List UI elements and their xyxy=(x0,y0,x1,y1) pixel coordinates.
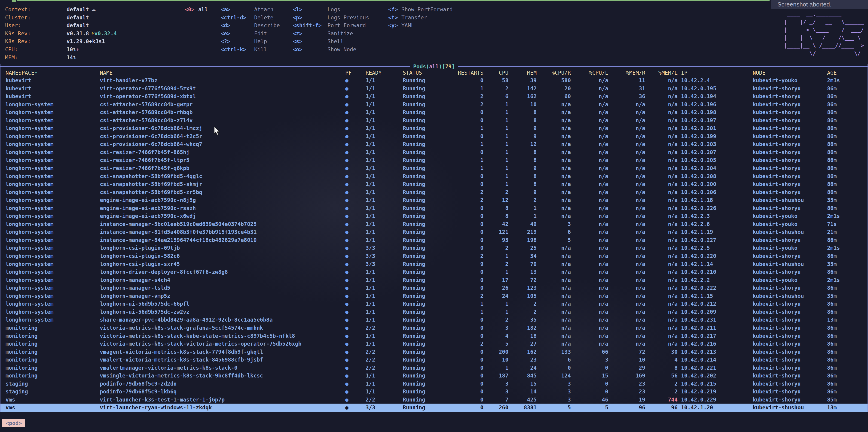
menu-item[interactable]: <ctrl-k>Kill xyxy=(221,45,280,54)
cell-cpu: 6 xyxy=(484,92,508,100)
table-row[interactable]: longhorn-systemlonghorn-csi-plugin-sxr45… xyxy=(0,260,868,268)
cell-cpu-r: n/a xyxy=(537,172,571,180)
table-row[interactable]: longhorn-systemlonghorn-csi-plugin-69tjb… xyxy=(0,244,868,252)
cell-pf: ● xyxy=(345,188,366,196)
column-header-cpu-l[interactable]: %CPU/L xyxy=(571,69,608,76)
breadcrumb-pod[interactable]: <pod> xyxy=(2,419,25,427)
column-header-ip[interactable]: IP xyxy=(678,69,753,76)
cell-mem-l: 30 xyxy=(645,348,678,356)
table-row[interactable]: monitoringvmagent-victoria-metrics-k8s-s… xyxy=(0,348,868,356)
column-header-mem-r[interactable]: %MEM/R xyxy=(608,69,645,76)
table-row[interactable]: longhorn-systemengine-image-ei-acb7590c-… xyxy=(0,212,868,220)
menu-item[interactable]: <?>Help xyxy=(221,37,280,45)
table-row[interactable]: longhorn-systeminstance-manager-81fd5a40… xyxy=(0,228,868,236)
table-row[interactable]: longhorn-systemengine-image-ei-acb7590c-… xyxy=(0,204,868,212)
menu-item[interactable]: <p>Logs Previous xyxy=(293,13,369,22)
cell-name: vmalert-victoria-metrics-k8s-stack-84569… xyxy=(100,356,345,364)
column-header-node[interactable]: NODE xyxy=(753,69,827,76)
table-row[interactable]: monitoringvictoria-metrics-k8s-stack-kub… xyxy=(0,332,868,340)
cell-cpu: 187 xyxy=(484,372,508,380)
table-row[interactable]: longhorn-systemlonghorn-manager-vmp5z ●1… xyxy=(0,292,868,300)
menu-item[interactable]: <s>Shell xyxy=(293,37,369,45)
table-row[interactable]: longhorn-systemlonghorn-ui-56d9b575dc-zw… xyxy=(0,308,868,316)
table-row[interactable]: longhorn-systemcsi-provisioner-6c78dcb66… xyxy=(0,140,868,148)
menu-item[interactable]: <f>Show PortForward xyxy=(388,5,453,13)
menu-item[interactable]: <a>Attach xyxy=(221,5,280,13)
column-header-pf[interactable]: PF xyxy=(345,69,366,76)
table-row[interactable]: longhorn-systemcsi-snapshotter-58bf69fbd… xyxy=(0,180,868,188)
table-row[interactable]: longhorn-systemlonghorn-csi-plugin-582c6… xyxy=(0,252,868,260)
table-row[interactable]: longhorn-systemcsi-provisioner-6c78dcb66… xyxy=(0,132,868,140)
table-row[interactable]: vmsvirt-launcher-ryan-windows-11-zkdqk ●… xyxy=(0,404,868,412)
table-row[interactable]: longhorn-systeminstance-manager-5bc01eeb… xyxy=(0,220,868,228)
cell-mem-r: n/a xyxy=(608,196,645,204)
column-header-mem[interactable]: MEM xyxy=(508,69,537,76)
column-header-restarts[interactable]: RESTARTS xyxy=(456,69,484,76)
column-header-mem-l[interactable]: %MEM/L xyxy=(645,69,678,76)
table-row[interactable]: monitoringvmsingle-victoria-metrics-k8s-… xyxy=(0,372,868,380)
table-row[interactable]: stagingpodinfo-79db68f5c9-2d2dn ●1/1Runn… xyxy=(0,380,868,388)
table-row[interactable]: vmsvirt-launcher-k3s-test-1-master-1-j6p… xyxy=(0,396,868,404)
port-forward-dot-icon: ● xyxy=(345,341,348,347)
cell-pf: ● xyxy=(345,252,366,260)
table-row[interactable]: stagingpodinfo-79db68f5c9-lkb6q ●1/1Runn… xyxy=(0,388,868,396)
table-row[interactable]: longhorn-systemlonghorn-driver-deployer-… xyxy=(0,268,868,276)
port-forward-dot-icon: ● xyxy=(345,301,348,307)
table-row[interactable]: longhorn-systemengine-image-ei-acb7590c-… xyxy=(0,196,868,204)
cell-ip: 10.42.0.207 xyxy=(678,148,753,156)
cell-mem-l: n/a xyxy=(645,340,678,348)
table-row[interactable]: longhorn-systemcsi-resizer-7466f7b45f-q6… xyxy=(0,164,868,172)
table-row[interactable]: longhorn-systemcsi-attacher-57689cc84b-z… xyxy=(0,117,868,125)
table-row[interactable]: monitoringvictoria-metrics-k8s-stack-vic… xyxy=(0,340,868,348)
menu-item[interactable]: <d>Describe xyxy=(221,22,280,30)
table-row[interactable]: longhorn-systemlonghorn-manager-s4ch4 ●1… xyxy=(0,276,868,284)
cell-mem-r: 36 xyxy=(608,92,645,100)
table-row[interactable]: longhorn-systemcsi-resizer-7466f7b45f-86… xyxy=(0,148,868,156)
cell-restarts: 0 xyxy=(456,172,484,180)
menu-item[interactable]: <y>YAML xyxy=(388,22,453,30)
column-header-cpu[interactable]: CPU xyxy=(484,69,508,76)
cell-cpu-r: n/a xyxy=(537,244,571,252)
column-header-namespace[interactable]: NAMESPACE↑ xyxy=(5,69,100,76)
table-row[interactable]: longhorn-systemlonghorn-ui-56d9b575dc-66… xyxy=(0,300,868,308)
table-row[interactable]: kubevirtvirt-handler-v77bz ●1/1Running05… xyxy=(0,76,868,85)
table-row[interactable]: kubevirtvirt-operator-6776f5689d-xbtxl ●… xyxy=(0,92,868,100)
cell-age: 86m xyxy=(827,332,864,340)
menu-item[interactable]: <o>Show Node xyxy=(293,45,369,54)
cell-cpu: 2 xyxy=(484,85,508,93)
menu-item[interactable]: <l>Logs xyxy=(293,5,369,13)
cell-ready: 2/2 xyxy=(366,324,403,332)
table-row[interactable]: longhorn-systemcsi-snapshotter-58bf69fbd… xyxy=(0,188,868,196)
menu-item[interactable]: <z>Sanitize xyxy=(293,30,369,38)
table-row[interactable]: kubevirtvirt-operator-6776f5689d-5zx9t ●… xyxy=(0,85,868,93)
table-row[interactable]: monitoringvictoria-metrics-k8s-stack-gra… xyxy=(0,324,868,332)
column-header-status[interactable]: STATUS xyxy=(403,69,456,76)
column-header-ready[interactable]: READY xyxy=(366,69,403,76)
column-header-cpu-r[interactable]: %CPU/R xyxy=(537,69,571,76)
cell-node: kubevirt-shoryu xyxy=(753,164,827,172)
table-row[interactable]: longhorn-systemcsi-provisioner-6c78dcb66… xyxy=(0,124,868,132)
table-row[interactable]: monitoringvmalertmanager-victoria-metric… xyxy=(0,364,868,372)
column-header-name[interactable]: NAME xyxy=(100,69,345,76)
menu-key: <e> xyxy=(221,30,254,38)
table-row[interactable]: longhorn-systemshare-manager-pvc-4bbd842… xyxy=(0,316,868,324)
table-row[interactable]: longhorn-systemcsi-attacher-57689cc84b-r… xyxy=(0,108,868,117)
menu-item[interactable]: <t>Transfer xyxy=(388,13,453,22)
table-row[interactable]: longhorn-systemlonghorn-manager-tsld5 ●1… xyxy=(0,284,868,292)
cell-namespace: monitoring xyxy=(5,332,100,340)
cell-mem-r: n/a xyxy=(608,236,645,244)
menu-item[interactable]: <shift-f>Port-Forward xyxy=(293,22,369,30)
menu-item-label: all xyxy=(198,6,208,12)
cell-name: instance-manager-84ae215964744cf18cb4826… xyxy=(100,236,345,244)
cell-age: 86m xyxy=(827,108,864,117)
cell-node: kubevirt-shoryu xyxy=(753,252,827,260)
table-row[interactable]: longhorn-systemcsi-attacher-57689cc84b-g… xyxy=(0,100,868,108)
menu-item[interactable]: <e>Edit xyxy=(221,30,280,38)
table-row[interactable]: monitoringvmalert-victoria-metrics-k8s-s… xyxy=(0,356,868,364)
column-header-age[interactable]: AGE xyxy=(827,69,864,76)
table-row[interactable]: longhorn-systemcsi-snapshotter-58bf69fbd… xyxy=(0,172,868,180)
table-row[interactable]: longhorn-systeminstance-manager-84ae2159… xyxy=(0,236,868,244)
table-row[interactable]: longhorn-systemcsi-resizer-7466f7b45f-lt… xyxy=(0,156,868,164)
menu-item[interactable]: <ctrl-d>Delete xyxy=(221,13,280,22)
menu-item[interactable]: <0>all xyxy=(185,5,208,13)
